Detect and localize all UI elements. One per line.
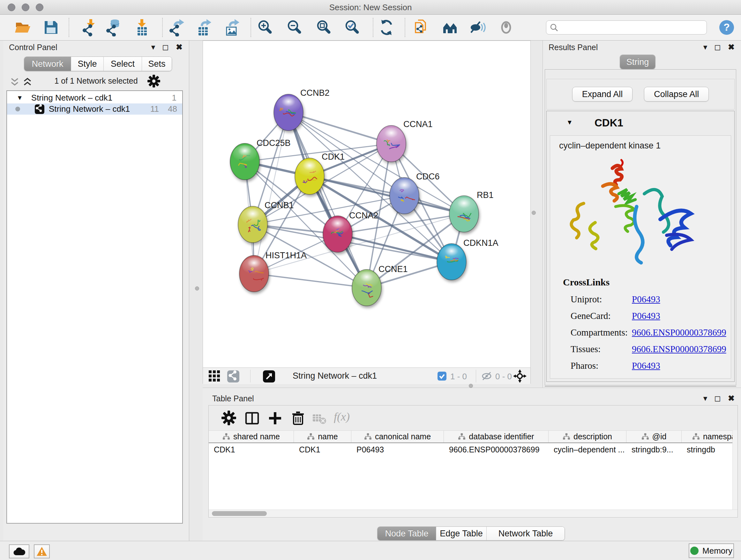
panel-close-icon[interactable]: ✖ [728, 393, 735, 403]
import-network-file-icon[interactable] [81, 18, 98, 37]
network-tree-root-row[interactable]: ▼ String Network – cdk1 1 [7, 92, 182, 104]
network-node[interactable]: CCNA1 [377, 119, 433, 162]
column-header-database-identifier[interactable]: database identifier [444, 431, 549, 442]
save-session-icon[interactable] [42, 18, 60, 37]
refresh-network-icon[interactable] [378, 18, 395, 37]
network-canvas[interactable]: CCNB2CCNA1CDC25BCDK1CDC6RB1CCNB1CCNA2CDK… [203, 41, 530, 367]
selected-checkbox-icon[interactable] [437, 372, 447, 381]
table-cell[interactable]: CDK1 [294, 443, 351, 456]
tab-network[interactable]: Network [24, 57, 71, 71]
node-label: CDKN1A [463, 238, 498, 248]
warnings-button[interactable] [34, 544, 50, 558]
network-node[interactable]: HIST1H1A [239, 251, 307, 292]
column-header-name[interactable]: name [294, 431, 351, 442]
cloud-status-button[interactable] [9, 544, 29, 558]
column-header--id[interactable]: @id [626, 431, 682, 442]
import-network-database-icon[interactable] [105, 18, 123, 37]
table-vertical-scrollbar[interactable] [732, 430, 738, 511]
network-node[interactable]: CCNB1 [238, 200, 294, 243]
open-session-icon[interactable] [14, 18, 32, 37]
export-network-icon[interactable] [167, 18, 185, 37]
network-edge[interactable] [288, 112, 367, 288]
grid-view-icon[interactable] [209, 370, 220, 382]
table-cell[interactable]: stringdb:9... [626, 443, 682, 456]
column-header-namespace[interactable]: namespace [682, 431, 738, 442]
toolbar-search[interactable] [546, 20, 707, 35]
tab-network-table[interactable]: Network Table [486, 527, 564, 540]
splitter-handle[interactable] [469, 384, 473, 388]
add-column-icon[interactable] [267, 411, 283, 426]
splitter-handle[interactable] [195, 287, 199, 291]
string-import-icon[interactable] [413, 18, 431, 37]
crosslink-link[interactable]: 9606.ENSP00000378699 [632, 344, 726, 354]
panel-menu-icon[interactable]: ▾ [703, 393, 708, 403]
group-nodes-icon[interactable] [441, 18, 459, 37]
export-table-icon[interactable] [195, 18, 212, 37]
network-options-gear-icon[interactable] [147, 75, 160, 89]
network-edge[interactable] [254, 273, 367, 288]
help-icon[interactable]: ? [719, 19, 735, 36]
collapse-all-button[interactable]: Collapse All [644, 87, 709, 102]
network-node[interactable]: CDK1 [295, 152, 345, 194]
network-node[interactable]: CDKN1A [437, 238, 498, 280]
crosslink-link[interactable]: P06493 [632, 361, 660, 371]
section-collapse-caret-icon[interactable]: ▼ [566, 119, 573, 126]
zoom-fit-icon[interactable] [315, 18, 333, 37]
table-row[interactable]: CDK1CDK1P064939606.ENSP00000378699cyclin… [209, 443, 738, 456]
panel-menu-icon[interactable]: ▾ [151, 42, 155, 52]
results-content: Expand All Collapse All ▼ CDK1 cyclin–de… [545, 69, 736, 385]
tree-expand-caret-icon[interactable]: ▼ [17, 94, 23, 102]
table-cell[interactable]: 9606.ENSP00000378699 [444, 443, 549, 456]
zoom-out-icon[interactable] [285, 18, 303, 37]
memory-button[interactable]: Memory [689, 543, 734, 558]
table-cell[interactable]: cyclin–dependent ... [549, 443, 626, 456]
panel-close-icon[interactable]: ✖ [176, 42, 183, 52]
crosslink-link[interactable]: P06493 [632, 294, 660, 305]
tab-style[interactable]: Style [71, 57, 104, 71]
panel-float-icon[interactable]: ◻ [714, 393, 721, 403]
search-input[interactable] [561, 22, 703, 33]
zoom-selected-icon[interactable] [343, 18, 361, 37]
crosslink-link[interactable]: 9606.ENSP00000378699 [632, 327, 726, 338]
table-horizontal-scrollbar[interactable] [209, 509, 738, 517]
panel-float-icon[interactable]: ◻ [162, 42, 169, 52]
show-all-icon[interactable] [497, 18, 515, 37]
hide-selected-icon[interactable] [469, 18, 487, 37]
zoom-in-icon[interactable] [256, 18, 274, 37]
network-node[interactable]: CDC6 [390, 172, 440, 214]
network-edge[interactable] [310, 176, 464, 214]
delete-column-icon[interactable] [290, 411, 306, 426]
tab-select[interactable]: Select [104, 57, 142, 71]
crosslink-row: Pharos:P06493 [570, 357, 727, 374]
splitter-handle[interactable] [532, 211, 536, 215]
birds-eye-view-icon[interactable] [263, 370, 275, 382]
main-toolbar: ? [0, 15, 741, 41]
show-columns-icon[interactable] [245, 411, 260, 426]
tab-edge-table[interactable]: Edge Table [436, 527, 486, 540]
network-tree-child-row[interactable]: String Network – cdk1 11 48 [7, 104, 182, 115]
pan-crosshair-icon[interactable] [513, 369, 527, 383]
panel-float-icon[interactable]: ◻ [714, 42, 721, 52]
network-node[interactable]: CCNE1 [352, 264, 408, 306]
network-node[interactable]: RB1 [449, 190, 494, 232]
expand-all-button[interactable]: Expand All [572, 87, 633, 102]
table-cell[interactable]: stringdb [682, 443, 738, 456]
import-table-file-icon[interactable] [133, 18, 151, 37]
tab-sets[interactable]: Sets [142, 57, 172, 71]
column-header-shared-name[interactable]: shared name [209, 431, 294, 442]
column-header-canonical-name[interactable]: canonical name [351, 431, 444, 442]
table-cell[interactable]: CDK1 [209, 443, 294, 456]
table-cell[interactable]: P06493 [351, 443, 444, 456]
network-share-badge-icon[interactable] [227, 370, 239, 382]
export-image-icon[interactable] [223, 18, 241, 37]
crosslink-link[interactable]: P06493 [632, 311, 660, 321]
panel-menu-icon[interactable]: ▾ [703, 42, 708, 52]
panel-close-icon[interactable]: ✖ [728, 42, 735, 52]
table-options-gear-icon[interactable] [221, 411, 237, 426]
column-header-description[interactable]: description [549, 431, 626, 442]
network-edge[interactable] [288, 112, 391, 144]
tab-node-table[interactable]: Node Table [378, 527, 436, 540]
tab-string[interactable]: String [620, 55, 655, 69]
network-edge[interactable] [254, 112, 288, 273]
collection-count: 1 [172, 93, 177, 103]
